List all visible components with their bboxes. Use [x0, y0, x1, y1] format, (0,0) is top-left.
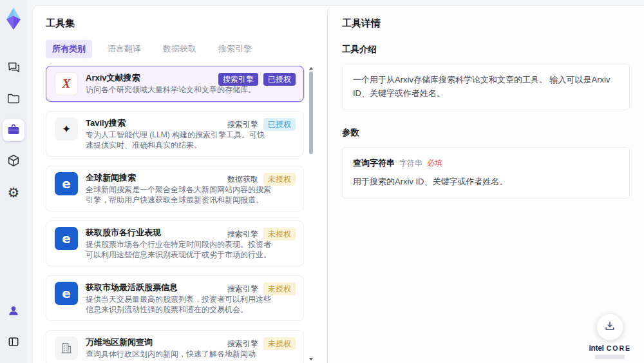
category-badge: 数据获取 — [227, 173, 258, 186]
news-aggregator-icon: e — [62, 286, 71, 301]
intel-brand-bar — [595, 355, 625, 359]
scroll-up-arrow[interactable] — [309, 67, 313, 70]
param-name: 查询字符串 — [353, 157, 395, 170]
param-type: 字符串 — [399, 157, 422, 170]
tool-desc: 提供当天交易量最高的股票列表，投资者可以利用这些信息来识别流动性强的股票和潜在的… — [86, 295, 271, 315]
main-content: 工具集 所有类别 语言翻译 数据获取 搜索引擎 X Arxiv文献搜索 访问各个… — [32, 5, 644, 363]
tool-card-1[interactable]: ✦ Tavily搜索 专为人工智能代理 (LLM) 构建的搜索引擎工具。可快速提… — [46, 111, 304, 157]
tool-card-5[interactable]: 万维地区新闻查询 查询具体行政区划内的新闻，快速了解各地新闻动 搜索引擎 未授权 — [46, 330, 304, 363]
tool-card-0[interactable]: X Arxiv文献搜索 访问各个研究领域大量科学论文和文章的存储库。 搜索引擎 … — [46, 66, 304, 102]
intro-heading: 工具介绍 — [342, 44, 630, 55]
auth-badge: 已授权 — [263, 118, 296, 131]
tool-card-4[interactable]: e 获取市场最活跃股票信息 提供当天交易量最高的股票列表，投资者可以利用这些信息… — [46, 275, 304, 321]
sidebar-item-files[interactable] — [3, 88, 24, 110]
param-desc: 用于搜索的Arxiv ID、关键字或作者姓名。 — [353, 175, 619, 189]
sidebar-item-tools[interactable] — [3, 119, 24, 141]
corner-widgets: intel CORE — [589, 313, 631, 359]
tool-desc: 访问各个研究领域大量科学论文和文章的存储库。 — [86, 85, 271, 95]
sidebar-item-chat[interactable] — [3, 57, 24, 79]
category-tab-2[interactable]: 数据获取 — [156, 40, 203, 58]
auth-badge: 未授权 — [263, 173, 296, 186]
list-scrollbar[interactable] — [308, 66, 314, 363]
tool-desc: 提供股票市场各个行业在特定时间段内的表现。投资者可以利用这些信息来识别表现优于或… — [86, 240, 271, 260]
page-title: 工具集 — [46, 17, 314, 30]
category-tab-3[interactable]: 搜索引擎 — [212, 40, 258, 58]
user-icon — [7, 304, 20, 319]
auth-badge: 未授权 — [263, 282, 296, 295]
news-aggregator-icon: e — [62, 231, 71, 246]
param-required-badge: 必填 — [427, 157, 442, 170]
sidebar-item-packages[interactable] — [3, 150, 24, 172]
scroll-down-arrow[interactable] — [309, 358, 313, 360]
intro-box: 一个用于从Arxiv存储库搜索科学论文和文章的工具。 输入可以是Arxiv ID… — [342, 64, 630, 110]
category-badge: 搜索引擎 — [218, 73, 258, 86]
package-icon — [6, 153, 21, 170]
app-root: ⚙ 工具集 所有类别 — [0, 0, 644, 363]
briefcase-icon — [6, 123, 21, 139]
sidebar-item-account[interactable] — [3, 300, 24, 322]
auth-badge: 已授权 — [263, 73, 296, 86]
folder-icon — [6, 92, 21, 108]
scrollbar-thumb[interactable] — [309, 72, 313, 154]
tool-desc: 专为人工智能代理 (LLM) 构建的搜索引擎工具。可快速提供实时、准确和真实的结… — [86, 130, 271, 150]
app-logo — [2, 6, 25, 35]
category-tabs: 所有类别 语言翻译 数据获取 搜索引擎 — [46, 40, 314, 58]
chat-icon — [6, 61, 21, 77]
news-aggregator-icon: e — [62, 176, 71, 191]
category-tab-0[interactable]: 所有类别 — [46, 40, 92, 58]
gear-icon: ⚙ — [8, 186, 20, 199]
panel-toggle-icon — [7, 335, 20, 350]
detail-panel: 工具详情 工具介绍 一个用于从Arxiv存储库搜索科学论文和文章的工具。 输入可… — [327, 6, 644, 363]
tavily-sparkle-icon: ✦ — [62, 123, 71, 136]
category-badge: 搜索引擎 — [227, 118, 258, 131]
category-tab-1[interactable]: 语言翻译 — [101, 40, 147, 58]
param-box: 查询字符串 字符串 必填 用于搜索的Arxiv ID、关键字或作者姓名。 — [342, 147, 630, 199]
auth-badge: 未授权 — [263, 337, 296, 350]
tools-panel: 工具集 所有类别 语言翻译 数据获取 搜索引擎 X Arxiv文献搜索 访问各个… — [33, 6, 327, 363]
download-icon — [603, 320, 616, 335]
tool-card-3[interactable]: e 获取股市各行业表现 提供股票市场各个行业在特定时间段内的表现。投资者可以利用… — [46, 221, 304, 266]
params-heading: 参数 — [342, 127, 630, 139]
sidebar-rail: ⚙ — [0, 0, 27, 363]
download-button[interactable] — [596, 313, 623, 340]
intel-core-logo: intel CORE — [589, 344, 631, 353]
sidebar-item-panel-toggle[interactable] — [3, 331, 24, 353]
detail-title: 工具详情 — [342, 17, 630, 30]
category-badge: 搜索引擎 — [227, 337, 258, 350]
tool-card-2[interactable]: e 全球新闻搜索 全球新闻搜索是一个聚合全球各大新闻网站内容的搜索引擎，帮助用户… — [46, 166, 304, 211]
building-icon — [59, 341, 73, 355]
tool-list: X Arxiv文献搜索 访问各个研究领域大量科学论文和文章的存储库。 搜索引擎 … — [46, 66, 314, 363]
tool-desc: 查询具体行政区划内的新闻，快速了解各地新闻动 — [86, 349, 271, 360]
auth-badge: 未授权 — [263, 228, 296, 240]
category-badge: 搜索引擎 — [227, 228, 258, 240]
sidebar-item-settings[interactable]: ⚙ — [3, 181, 24, 203]
category-badge: 搜索引擎 — [227, 282, 258, 295]
tool-desc: 全球新闻搜索是一个聚合全球各大新闻网站内容的搜索引擎，帮助用户快速获取全球最新资… — [86, 185, 271, 205]
arxiv-icon: X — [62, 77, 71, 91]
